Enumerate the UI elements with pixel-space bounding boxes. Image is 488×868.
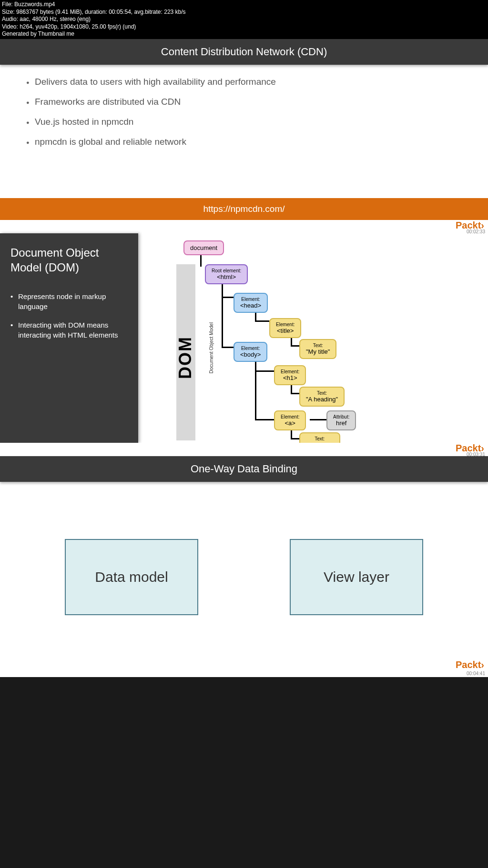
node-body: Element: <body> (234, 342, 267, 362)
conn (255, 419, 274, 420)
node-text: <title> (277, 327, 294, 334)
node-text: href (336, 419, 346, 427)
node-label: Text: (306, 343, 330, 348)
node-a: Element: <a> (274, 410, 306, 430)
node-text: document (190, 244, 217, 251)
node-head: Element: <head> (234, 293, 268, 313)
node-document: document (183, 240, 224, 255)
bullet-item: Frameworks are distributed via CDN (26, 97, 469, 107)
slide-binding: One-Way Data Binding Data model View lay… (0, 456, 488, 677)
node-h1-text: Text: "A heading" (299, 387, 345, 407)
meta-video: Video: h264, yuv420p, 1904x1080, 25.00 f… (2, 23, 486, 31)
node-text: "A heading" (306, 396, 338, 403)
slide-cdn: Content Distribution Network (CDN) Deliv… (0, 39, 488, 233)
dom-sidebar: Document Object Model (DOM) Represents n… (0, 233, 138, 443)
packt-logo: Packt› (456, 659, 484, 670)
node-label: Element: (276, 322, 295, 327)
node-h1: Element: <h1> (274, 365, 306, 385)
slide-title: Content Distribution Network (CDN) (0, 39, 488, 65)
dom-tree-diagram: DOM Document Object Model document Root … (138, 233, 488, 443)
slide-dom: Document Object Model (DOM) Represents n… (0, 233, 488, 443)
node-attr: Attribut: href (326, 410, 356, 430)
slide-body: Delivers data to users with high availab… (0, 65, 488, 198)
node-text: <html> (217, 273, 236, 280)
dom-sublabel: Document Object Model (209, 322, 214, 373)
node-label: Root element: (212, 268, 241, 273)
url-bar: https://npmcdn.com/ (0, 198, 488, 220)
bullet-item: Interacting with DOM means interacting w… (10, 320, 129, 340)
meta-size: Size: 9863767 bytes (9.41 MiB), duration… (2, 9, 486, 16)
bullet-list: Delivers data to users with high availab… (26, 77, 469, 147)
node-label: Element: (240, 297, 261, 302)
conn (255, 370, 274, 372)
node-title-text: Text: "My title" (299, 339, 336, 359)
slide-title: Document Object Model (DOM) (10, 245, 129, 275)
node-title: Element: <title> (269, 318, 301, 338)
meta-audio: Audio: aac, 48000 Hz, stereo (eng) (2, 16, 486, 23)
data-model-box: Data model (65, 539, 198, 615)
node-label: Attribut: (333, 414, 349, 419)
conn (222, 297, 235, 298)
meta-generated: Generated by Thumbnail me (2, 30, 486, 38)
video-metadata-bar: File: Buzzwords.mp4 Size: 9863767 bytes … (0, 0, 488, 39)
node-text: <body> (240, 351, 261, 358)
timestamp: 00:04:41 (467, 671, 485, 676)
node-label: Element: (281, 414, 299, 419)
view-layer-box: View layer (290, 539, 423, 615)
bullet-item: Vue.js hosted in npmcdn (26, 117, 469, 127)
conn (222, 297, 223, 348)
node-text: <h1> (283, 374, 297, 381)
bullet-item: Represents node in markup language (10, 291, 129, 311)
node-label: Text: (306, 436, 334, 441)
node-html: Root element: <html> (205, 264, 248, 284)
logo-row: Packt› 00:03:31 (0, 443, 488, 456)
node-text: <a> (285, 419, 295, 427)
logo-row: Packt› 00:02:33 (0, 220, 488, 233)
conn (291, 438, 300, 439)
bullet-item: Delivers data to users with high availab… (26, 77, 469, 87)
bullet-item: npmcdn is global and reliable network (26, 137, 469, 147)
meta-file: File: Buzzwords.mp4 (2, 1, 486, 9)
node-text: "My title" (306, 348, 330, 355)
dom-label: DOM (175, 336, 195, 379)
conn (310, 419, 329, 420)
conn (222, 347, 235, 348)
slide-title: One-Way Data Binding (0, 456, 488, 482)
node-label: Element: (240, 346, 261, 351)
conn (291, 393, 300, 394)
bullet-list: Represents node in markup language Inter… (10, 291, 129, 340)
node-label: Element: (281, 369, 299, 374)
node-text: <head> (240, 302, 261, 309)
conn (255, 320, 269, 322)
node-label: Text: (306, 390, 338, 396)
binding-boxes: Data model View layer (0, 482, 488, 658)
conn (291, 345, 300, 347)
conn (255, 361, 256, 420)
